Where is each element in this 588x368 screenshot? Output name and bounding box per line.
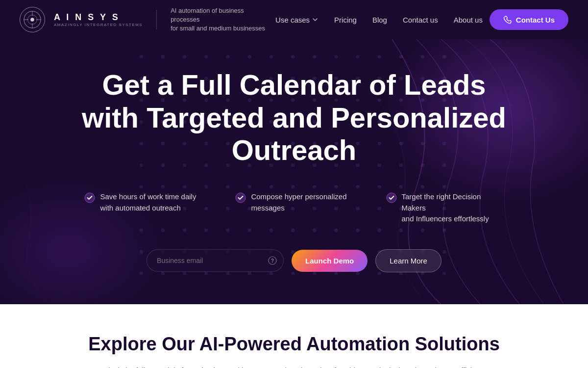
email-input-wrap[interactable]: ? (147, 249, 284, 272)
feature-item-3: Target the right Decision Makers and Inf… (386, 191, 504, 225)
nav-pricing[interactable]: Pricing (334, 16, 357, 24)
svg-point-13 (85, 193, 95, 203)
nav-blog[interactable]: Blog (372, 16, 387, 24)
nav-subtitle: AI automation of business processes for … (171, 6, 269, 33)
cta-row: ? Launch Demo Learn More (20, 249, 568, 272)
feature-text-2: Compose hyper personalized messages (251, 191, 346, 213)
feature-item-1: Save hours of work time daily with autom… (84, 191, 196, 225)
hero-section: Get a Full Calendar of Leads with Target… (0, 39, 588, 304)
explore-section: Explore Our AI-Powered Automation Soluti… (0, 304, 588, 368)
svg-point-15 (387, 193, 396, 203)
svg-point-2 (30, 18, 34, 22)
chevron-down-icon (312, 16, 318, 23)
feature-item-2: Compose hyper personalized messages (235, 191, 346, 225)
contact-us-button[interactable]: Contact Us (490, 9, 568, 30)
nav-use-cases[interactable]: Use cases (275, 16, 318, 24)
help-icon[interactable]: ? (268, 256, 277, 265)
features-row: Save hours of work time daily with autom… (20, 191, 568, 225)
nav-links: Use cases Pricing Blog Contact us About … (275, 16, 483, 24)
nav-about[interactable]: About us (454, 16, 483, 24)
explore-heading: Explore Our AI-Powered Automation Soluti… (20, 334, 568, 355)
launch-demo-button[interactable]: Launch Demo (292, 250, 368, 272)
brand-name: A I N S Y S (54, 12, 143, 23)
check-icon-2 (235, 192, 246, 203)
feature-text-1: Save hours of work time daily with autom… (100, 191, 196, 213)
svg-point-14 (236, 193, 245, 203)
phone-icon (503, 15, 512, 24)
explore-description: Unlock the full potential of your busine… (98, 365, 490, 368)
svg-text:?: ? (271, 258, 274, 263)
hero-headline: Get a Full Calendar of Leads with Target… (20, 69, 568, 167)
nav-divider (156, 10, 157, 29)
email-input[interactable] (147, 249, 284, 272)
nav-left: A I N S Y S AMAZINGLY INTEGRATED SYSTEMS… (20, 6, 269, 33)
brand-text: A I N S Y S AMAZINGLY INTEGRATED SYSTEMS (54, 12, 143, 27)
learn-more-button[interactable]: Learn More (375, 249, 441, 272)
navigation: A I N S Y S AMAZINGLY INTEGRATED SYSTEMS… (0, 0, 588, 39)
nav-contact[interactable]: Contact us (403, 16, 438, 24)
logo-icon[interactable] (20, 7, 45, 32)
check-icon-1 (84, 192, 95, 203)
feature-text-3: Target the right Decision Makers and Inf… (402, 191, 504, 225)
check-icon-3 (386, 192, 397, 203)
brand-tagline: AMAZINGLY INTEGRATED SYSTEMS (54, 23, 143, 27)
